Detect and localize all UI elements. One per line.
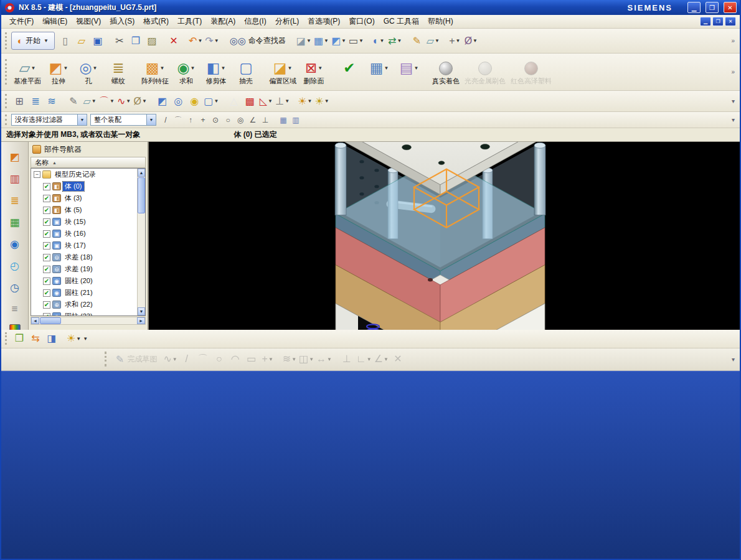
start-button[interactable]: ◐ 开始 ▼ xyxy=(11,32,55,50)
visibility-checkbox[interactable]: ✔ xyxy=(43,218,50,226)
swap-icon[interactable]: ⇆ xyxy=(27,330,44,347)
trim-body-button[interactable]: ◧▼修剪体 xyxy=(201,58,231,86)
mirror-t-icon[interactable]: ◫▼ xyxy=(298,351,315,367)
point-grid-icon[interactable]: ▩ xyxy=(242,93,258,110)
scrollbar-thumb[interactable] xyxy=(40,317,61,324)
scroll-up-icon[interactable]: ▲ xyxy=(138,169,145,177)
pattern-feature-button[interactable]: ▩▼阵列特征 xyxy=(139,58,171,86)
hole-button[interactable]: ◎▼孔 xyxy=(73,58,103,86)
view-cube-icon[interactable]: ◩▼ xyxy=(330,33,347,49)
check-button[interactable]: ✔ xyxy=(334,58,364,78)
menu-item[interactable]: 插入(S) xyxy=(105,15,139,28)
system-materials-icon[interactable]: ≡ xyxy=(6,303,24,315)
visibility-checkbox[interactable]: ✔ xyxy=(43,183,50,190)
constr-t-icon[interactable]: ⊥ xyxy=(339,351,355,367)
tree-item-label[interactable]: 圆柱 (20) xyxy=(63,276,95,286)
snap-plus-icon[interactable]: + xyxy=(197,114,209,126)
tree-row[interactable]: ✔⊖求差 (18) xyxy=(31,251,137,263)
scrollbar-thumb[interactable] xyxy=(138,177,145,213)
circle-t-icon[interactable]: ○ xyxy=(211,351,227,367)
history-icon[interactable]: ◷ xyxy=(6,281,24,294)
mdi-minimize-button[interactable]: ▁ xyxy=(700,17,711,26)
toolbar-overflow-icon[interactable]: ▾ xyxy=(729,356,737,363)
tree-row[interactable]: ✔▣块 (16) xyxy=(31,228,137,240)
part-navigator-icon[interactable]: ≣ xyxy=(6,194,24,207)
save-icon[interactable]: ▣ xyxy=(90,33,106,49)
tree-root-row[interactable]: − 模型历史记录 xyxy=(31,169,137,180)
tree-row[interactable]: ✔⊕求和 (22) xyxy=(31,299,137,310)
tree-row[interactable]: ✔◧体 (5) xyxy=(31,204,137,216)
visibility-checkbox[interactable]: ✔ xyxy=(43,278,50,285)
tree-item-label[interactable]: 体 (0) xyxy=(63,182,84,191)
unite-button[interactable]: ◉▼求和 xyxy=(171,58,201,86)
snap-face-icon[interactable]: ▥ xyxy=(290,114,302,126)
tool-drawer-a-icon[interactable]: ☀▼ xyxy=(296,93,313,110)
menu-item[interactable]: 首选项(P) xyxy=(303,15,344,28)
tree-row[interactable]: ✔◉圆柱 (20) xyxy=(31,275,137,287)
cylinder-s-icon[interactable]: ◎ xyxy=(170,93,186,110)
shell-s-icon[interactable]: ▢▼ xyxy=(202,93,220,110)
name-column-header[interactable]: 名称 ▲ xyxy=(31,157,146,168)
menu-item[interactable]: 格式(R) xyxy=(139,15,173,28)
menu-item[interactable]: 窗口(O) xyxy=(344,15,379,28)
gears-icon[interactable]: ☀▼ xyxy=(65,330,82,347)
move-object-icon[interactable]: ⇄▼ xyxy=(387,33,403,49)
tree-item-label[interactable]: 体 (3) xyxy=(63,194,84,203)
layer-visible-icon[interactable]: ≋ xyxy=(44,93,60,110)
csys-icon[interactable]: ◺▼ xyxy=(258,93,274,110)
arc-t-icon[interactable]: ⌒ xyxy=(195,351,211,367)
copy-icon[interactable]: ❐ xyxy=(128,33,144,49)
toolbar-grip[interactable] xyxy=(105,352,108,367)
tree-row[interactable]: ✔◉圆柱 (21) xyxy=(31,287,137,299)
delete-face-button[interactable]: ⊠▼删除面 xyxy=(299,58,329,86)
rect-t-icon[interactable]: ▭ xyxy=(243,351,260,367)
visibility-checkbox[interactable]: ✔ xyxy=(43,195,50,202)
menu-item[interactable]: 视图(V) xyxy=(72,15,105,28)
measure-distance-icon[interactable]: Ø▼ xyxy=(463,33,479,49)
tree-row[interactable]: ✔◧体 (0) xyxy=(31,180,137,192)
extrude-s-icon[interactable]: ◩ xyxy=(154,93,170,110)
finish-sketch-button[interactable]: ✎ 完成草图 xyxy=(111,352,162,366)
tool-drawer-b-icon[interactable]: ☀▼ xyxy=(313,93,330,110)
spline-icon[interactable]: ∿▼ xyxy=(116,93,132,110)
tree-item-label[interactable]: 块 (15) xyxy=(63,217,88,226)
toolbar-grip[interactable] xyxy=(5,59,8,85)
window-layout-icon[interactable]: ▦▼ xyxy=(313,33,330,49)
fit-view-icon[interactable]: ⊞ xyxy=(11,93,27,110)
offset-t-icon[interactable]: ≋▼ xyxy=(281,351,298,367)
toolbar-grip[interactable] xyxy=(5,94,8,108)
plane-icon[interactable]: ▱▼ xyxy=(82,93,98,110)
tree-item-label[interactable]: 圆柱 (23) xyxy=(63,312,95,316)
command-finder-button[interactable]: ◎◎ 命令查找器 xyxy=(226,34,290,48)
visibility-checkbox[interactable]: ✔ xyxy=(43,289,50,297)
collapse-icon[interactable]: − xyxy=(34,171,40,178)
perp-t-icon[interactable]: ∟▼ xyxy=(355,351,373,367)
new-file-icon[interactable]: ▯ xyxy=(57,33,73,49)
visibility-checkbox[interactable]: ✔ xyxy=(43,230,50,238)
erase-display-icon[interactable]: ◪▼ xyxy=(295,33,313,49)
snap-ring-icon[interactable]: ◎ xyxy=(234,114,247,126)
snap-line-icon[interactable]: / xyxy=(159,114,172,126)
menu-item[interactable]: GC 工具箱 xyxy=(379,15,423,28)
shell-button[interactable]: ▢抽壳 xyxy=(231,58,261,86)
tree-item-label[interactable]: 块 (16) xyxy=(63,229,88,238)
cut-icon[interactable]: ✂ xyxy=(111,33,128,49)
visibility-checkbox[interactable]: ✔ xyxy=(43,254,50,261)
toolbar-grip[interactable] xyxy=(5,114,8,126)
snap-up-icon[interactable]: ↑ xyxy=(184,114,197,126)
delete-icon[interactable]: ✕ xyxy=(166,33,182,49)
menu-item[interactable]: 装配(A) xyxy=(206,15,240,28)
toolbar-overflow-icon[interactable]: ▾ xyxy=(729,116,737,123)
sheet-a-button[interactable]: ▦▼ xyxy=(364,58,394,78)
menu-item[interactable]: 帮助(H) xyxy=(423,15,458,28)
scroll-right-icon[interactable]: ► xyxy=(137,317,145,324)
selection-filter-dropdown[interactable]: 没有选择过滤器 ▼ xyxy=(11,114,87,126)
mdi-close-button[interactable]: ✕ xyxy=(725,17,736,26)
point-t-icon[interactable]: +▼ xyxy=(260,351,276,367)
tree-row[interactable]: ✔◉圆柱 (23) xyxy=(31,310,137,316)
graphics-viewport[interactable]: Z X xyxy=(149,142,740,330)
web-browser-icon[interactable]: ◴ xyxy=(6,259,24,273)
tree-item-label[interactable]: 求和 (22) xyxy=(63,300,95,309)
snap-arc-icon[interactable]: ⌒ xyxy=(172,114,184,126)
visibility-checkbox[interactable]: ✔ xyxy=(43,313,50,316)
